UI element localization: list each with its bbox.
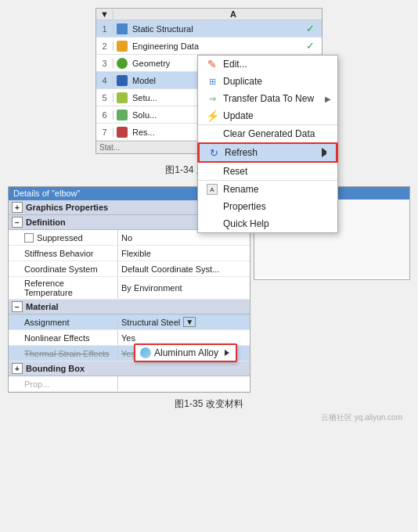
edit-label: Edit... [223,59,331,70]
context-menu-item-reset[interactable]: Reset [198,163,337,180]
row-label: Engineering Data [131,41,298,51]
prop-label: Prop... [9,376,118,391]
section-toggle-material[interactable]: − [12,301,23,312]
stiffness-label: Stiffness Behavior [9,246,118,261]
results-icon [114,125,131,139]
section-material[interactable]: − Material [9,300,250,315]
section-material-label: Material [26,302,59,311]
duplicate-icon: ⊞ [204,75,220,88]
reftemp-value: By Environment [118,277,250,299]
update-label: Update [223,110,331,121]
refresh-label: Refresh [225,147,315,158]
reftemp-label: Reference Temperature [9,277,118,299]
edit-icon: ✎ [204,58,220,70]
context-menu-item-properties[interactable]: Properties [198,198,337,215]
details-row-reftemp: Reference Temperature By Environment [9,277,250,300]
transfer-label: Transfer Data To New [223,93,325,104]
engineering-data-icon [114,39,131,53]
details-row-stiffness: Stiffness Behavior Flexible [9,246,250,261]
static-structural-icon [114,22,131,36]
cursor-icon [322,148,330,157]
row-number: 7 [96,128,114,137]
row-status: ✓ [298,40,322,52]
details-row-prop: Prop... [9,376,250,392]
properties-label: Properties [223,201,331,212]
assignment-dropdown-icon[interactable]: ▼ [183,317,196,327]
context-menu: ✎ Edit... ⊞ Duplicate ⇒ Transfer Data To… [197,55,338,233]
context-menu-item-refresh[interactable]: ↻ Refresh [198,142,337,163]
context-menu-item-update[interactable]: ⚡ Update [198,107,337,124]
panel-col-header: ▼ A [96,9,322,20]
context-menu-item-quickhelp[interactable]: Quick Help [198,215,337,232]
quickhelp-icon [204,217,220,230]
rename-icon: A [204,183,220,196]
stiffness-value: Flexible [118,246,250,261]
section-boundingbox[interactable]: + Bounding Box [9,361,250,376]
update-icon: ⚡ [204,110,220,122]
transfer-icon: ⇒ [204,92,220,105]
clear-label: Clear Generated Data [223,128,331,139]
details-row-coordinate: Coordinate System Default Coordinate Sys… [9,261,250,277]
refresh-icon: ↻ [206,146,222,159]
drop-icon[interactable]: ▼ [96,9,114,19]
submenu-arrow-icon: ▶ [325,95,331,103]
row-number: 6 [96,110,114,120]
reset-icon [204,165,220,178]
section-boundingbox-label: Bounding Box [26,364,85,373]
rename-label: Rename [223,184,331,195]
details-title: Details of "elbow" [13,189,80,199]
details-row-assignment[interactable]: Assignment Structural Steel ▼ [9,315,250,330]
row-label: Static Structural [131,24,298,34]
context-menu-item-clear[interactable]: Clear Generated Data [198,124,337,142]
section-toggle-boundingbox[interactable]: + [12,363,23,374]
properties-icon [204,200,220,213]
row-number: 2 [96,41,114,51]
assignment-value[interactable]: Structural Steel ▼ [118,315,250,329]
geometry-icon [114,56,131,70]
coordinate-value: Default Coordinate Syst... [118,261,250,276]
col-a-header: A [114,9,322,19]
caption-2: 图1-35 改变材料 [175,393,243,412]
context-menu-item-transfer[interactable]: ⇒ Transfer Data To New ▶ [198,90,337,107]
section-toggle-definition[interactable]: − [12,217,23,228]
row-number: 5 [96,93,114,102]
prop-value [118,376,250,391]
coordinate-label: Coordinate System [9,261,118,276]
section-toggle-graphics[interactable]: + [12,202,23,213]
table-row[interactable]: 1 Static Structural ✓ [96,20,322,38]
model-icon [114,74,131,88]
section-graphics-label: Graphics Properties [26,203,108,212]
watermark: 云栖社区 yq.aliyun.com [321,412,410,426]
row-number: 1 [96,24,114,34]
row-number: 4 [96,76,114,85]
cursor-pointer-icon [225,350,229,356]
aluminum-alloy-dropdown[interactable]: Aluminum Alloy [134,343,237,362]
suppressed-checkbox[interactable] [24,233,34,243]
aluminum-icon [140,347,151,358]
context-menu-item-edit[interactable]: ✎ Edit... [198,56,337,73]
context-menu-item-duplicate[interactable]: ⊞ Duplicate [198,73,337,90]
workbench-wrapper: ▼ A 1 Static Structural ✓ 2 Engineering … [95,8,323,154]
section-definition-label: Definition [26,217,66,227]
solution-icon [114,108,131,122]
table-row[interactable]: 2 Engineering Data ✓ [96,38,322,55]
row-number: 3 [96,59,114,68]
nonlinear-label: Nonlinear Effects [9,330,118,345]
setup-icon [114,91,131,105]
context-menu-item-rename[interactable]: A Rename [198,180,337,198]
thermal-label: Thermal Strain Effects [9,346,118,361]
aluminum-label: Aluminum Alloy [154,347,218,358]
assignment-label: Assignment [9,315,118,329]
duplicate-label: Duplicate [223,76,331,87]
clear-icon [204,128,220,140]
top-section: ▼ A 1 Static Structural ✓ 2 Engineering … [0,0,418,159]
row-status: ✓ [298,23,322,34]
suppressed-label: Suppressed [9,230,118,245]
quickhelp-label: Quick Help [223,218,331,229]
reset-label: Reset [223,166,331,177]
